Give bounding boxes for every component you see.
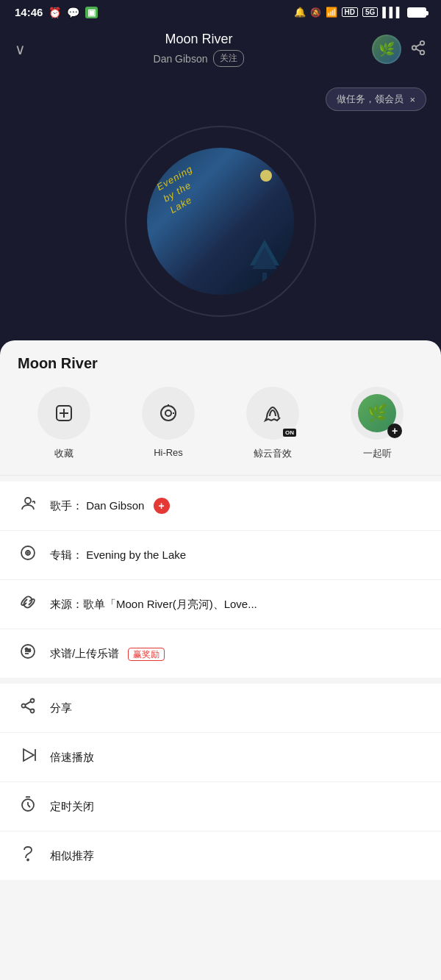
svg-rect-5: [262, 273, 267, 287]
player-icons-right: 🌿: [372, 35, 426, 64]
album-area: Eveningby theLake: [0, 118, 441, 324]
player-top: ∨ Moon River Dan Gibson 关注 🌿: [0, 24, 441, 87]
source-icon: [18, 593, 38, 615]
svg-marker-30: [24, 749, 34, 761]
alarm-icon: 🔔: [294, 7, 306, 18]
menu-item-score[interactable]: 求谱/上传乐谱 赢奖励: [0, 629, 441, 678]
album-text: 专辑： Evening by the Lake: [50, 548, 423, 562]
bell-mute-icon: 🔕: [310, 7, 321, 18]
task-button[interactable]: 做任务，领会员 ×: [326, 87, 426, 111]
5g-label: 5G: [362, 7, 378, 17]
menu-item-share[interactable]: 分享: [0, 684, 441, 733]
wifi-icon: 📶: [326, 7, 337, 18]
quick-actions: 收藏 Hi-Res ON: [0, 387, 441, 476]
recommend-icon: [18, 845, 38, 867]
album-icon: [18, 544, 38, 566]
collect-circle: [37, 387, 90, 440]
plus-badge: +: [387, 423, 402, 438]
action-hires[interactable]: Hi-Res: [142, 387, 195, 460]
album-value: Evening by the Lake: [86, 548, 186, 561]
menu-section-2: 分享 倍速播放 定时关闭: [0, 684, 441, 880]
artist-label: 歌手：: [50, 499, 83, 512]
artist-name: Dan Gibson: [154, 53, 208, 65]
battery-icon: [407, 7, 426, 18]
hd-label: HD: [342, 7, 358, 17]
svg-point-15: [25, 498, 31, 504]
action-whale[interactable]: ON 鲸云音效: [246, 387, 299, 460]
menu-item-album[interactable]: 专辑： Evening by the Lake: [0, 531, 441, 580]
recommend-label: 相似推荐: [50, 849, 423, 863]
signal-icon: ▌▌▌: [382, 7, 403, 18]
artist-text: 歌手： Dan Gibson +: [50, 498, 423, 514]
back-button[interactable]: ∨: [15, 40, 26, 58]
player-header: ∨ Moon River Dan Gibson 关注 🌿: [15, 32, 426, 67]
menu-item-timer[interactable]: 定时关闭: [0, 782, 441, 831]
wechat-icon: 💬: [67, 7, 79, 18]
avatar-inner: 🌿: [373, 36, 400, 62]
timer-icon: [18, 795, 38, 818]
svg-line-3: [416, 49, 420, 51]
svg-line-28: [25, 707, 30, 709]
score-label: 求谱/上传乐谱: [50, 647, 119, 659]
sheet-title: Moon River: [0, 355, 441, 387]
follow-button[interactable]: 关注: [213, 50, 244, 67]
svg-point-25: [31, 699, 35, 703]
artist-row: Dan Gibson 关注: [26, 50, 372, 67]
share-icon[interactable]: [410, 40, 426, 60]
status-right: 🔔 🔕 📶 HD 5G ▌▌▌: [294, 7, 426, 18]
task-close-icon[interactable]: ×: [409, 94, 415, 105]
timer-label: 定时关闭: [50, 800, 423, 814]
album-cover: Eveningby theLake: [147, 148, 294, 295]
whale-circle: ON: [246, 387, 299, 440]
task-banner: 做任务，领会员 ×: [0, 87, 441, 118]
menu-item-artist[interactable]: 歌手： Dan Gibson +: [0, 482, 441, 531]
collect-label: 收藏: [54, 447, 74, 460]
svg-point-24: [29, 650, 31, 652]
listen-together-circle: 🌿 +: [351, 387, 404, 440]
album-label: 专辑：: [50, 548, 83, 561]
svg-point-0: [420, 40, 425, 45]
svg-point-18: [27, 552, 29, 554]
bottom-sheet: Moon River 收藏: [0, 340, 441, 980]
whale-label: 鲸云音效: [254, 447, 292, 460]
menu-item-speed[interactable]: 倍速播放: [0, 733, 441, 782]
score-text: 求谱/上传乐谱 赢奖励: [50, 647, 423, 661]
action-listen-together[interactable]: 🌿 + 一起听: [351, 387, 404, 460]
svg-point-2: [420, 50, 425, 54]
svg-point-26: [22, 704, 26, 708]
source-text: 来源：歌单「Moon River(月亮河)、Love...: [50, 598, 423, 612]
svg-line-4: [416, 43, 420, 46]
on-badge: ON: [283, 429, 296, 437]
svg-point-23: [26, 648, 28, 651]
speed-label: 倍速播放: [50, 751, 423, 765]
action-collect[interactable]: 收藏: [37, 387, 90, 460]
menu-item-source[interactable]: 来源：歌单「Moon River(月亮河)、Love...: [0, 580, 441, 629]
album-text: Eveningby theLake: [154, 162, 209, 217]
svg-point-27: [31, 709, 35, 713]
svg-line-29: [25, 701, 30, 704]
player-avatar[interactable]: 🌿: [372, 35, 401, 64]
time-display: 14:46: [15, 6, 43, 18]
song-title: Moon River: [26, 32, 372, 47]
svg-point-37: [27, 859, 29, 861]
album-ring: Eveningby theLake: [125, 126, 316, 317]
message-icon: ▣: [85, 7, 98, 18]
score-icon: [18, 643, 38, 665]
menu-item-recommend[interactable]: 相似推荐: [0, 831, 441, 880]
svg-point-1: [412, 46, 417, 50]
artist-value: Dan Gibson: [86, 499, 144, 512]
clock-icon: ⏰: [49, 7, 61, 18]
add-artist-button[interactable]: +: [154, 498, 170, 514]
artist-icon: [18, 495, 38, 517]
share-label: 分享: [50, 701, 423, 715]
share-menu-icon: [18, 697, 38, 719]
listen-together-label: 一起听: [363, 447, 392, 460]
player-title-area: Moon River Dan Gibson 关注: [26, 32, 372, 67]
svg-line-34: [28, 805, 30, 807]
status-bar: 14:46 ⏰ 💬 ▣ 🔔 🔕 📶 HD 5G ▌▌▌: [0, 0, 441, 24]
speed-icon: [18, 746, 38, 768]
hires-label: Hi-Res: [154, 447, 183, 458]
svg-point-12: [165, 410, 171, 416]
status-left: 14:46 ⏰ 💬 ▣: [15, 6, 98, 18]
task-text: 做任务，领会员: [337, 93, 404, 106]
